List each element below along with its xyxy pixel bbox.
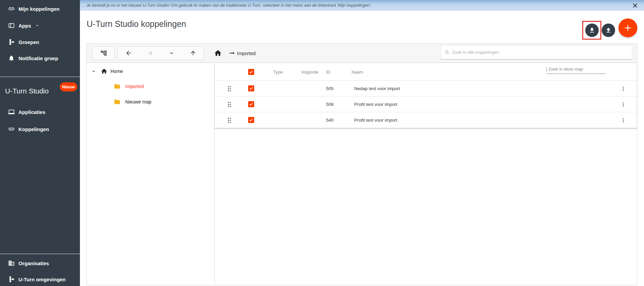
up-button[interactable]	[182, 50, 204, 56]
sidebar: Mijn koppelingen Apps Groepen Notificati…	[0, 0, 80, 286]
add-button[interactable]	[618, 18, 637, 37]
row-checkbox[interactable]	[248, 117, 254, 123]
table-row[interactable]: 506 Profit test voor import	[215, 96, 637, 112]
sidebar-item-mijn-koppelingen[interactable]: Mijn koppelingen	[0, 2, 80, 15]
home-icon[interactable]	[214, 49, 222, 57]
sidebar-item-label: Apps	[18, 23, 31, 29]
column-header-volgorde[interactable]: Volgorde	[301, 70, 318, 75]
cell-id: 505	[326, 86, 334, 91]
nieuw-badge: Nieuw	[60, 82, 77, 91]
column-header-naam[interactable]: Naam	[352, 70, 363, 75]
sidebar-item-apps[interactable]: Apps	[0, 19, 80, 32]
row-checkbox[interactable]	[248, 85, 254, 91]
drag-handle-icon[interactable]	[227, 117, 232, 124]
hierarchy-icon	[8, 39, 15, 45]
breadcrumb-arrow-icon	[228, 49, 236, 57]
account-tree-icon	[100, 50, 107, 56]
upload-button[interactable]	[602, 24, 615, 37]
navigation-button-group	[118, 46, 204, 60]
app-screen: Mijn koppelingen Apps Groepen Notificati…	[0, 0, 644, 286]
info-banner: Je bevindt je nu in het nieuwe U-Turn St…	[80, 0, 644, 11]
sidebar-item-applicaties[interactable]: Applicaties	[0, 105, 80, 119]
tree-node-nieuwe-map[interactable]: Nieuwe map	[114, 97, 151, 107]
cell-naam: Profit test voor import	[354, 118, 397, 123]
table-header: Type Volgorde ID Naam	[215, 63, 637, 81]
sidebar-item-organisaties[interactable]: Organisaties	[0, 256, 80, 270]
folder-search-input[interactable]	[546, 65, 606, 74]
tree-node-label: Home	[110, 69, 123, 74]
sidebar-item-groepen[interactable]: Groepen	[0, 35, 80, 49]
tree-node-imported[interactable]: Imported	[114, 82, 144, 91]
bell-icon	[8, 55, 15, 62]
folder-toolbar: Imported	[87, 44, 637, 63]
folder-icon	[114, 83, 121, 90]
hierarchy-icon	[8, 276, 15, 283]
search-input[interactable]	[452, 50, 632, 55]
sidebar-item-notificatie-groep[interactable]: Notificatie groep	[0, 51, 80, 65]
cell-naam: Nedap test voor import	[354, 86, 400, 91]
link-icon	[8, 5, 15, 12]
breadcrumb[interactable]: Imported	[237, 51, 256, 56]
chevron-down-icon[interactable]	[91, 69, 96, 74]
upload-icon	[605, 27, 612, 34]
row-menu-icon[interactable]	[618, 84, 628, 93]
tree-node-label: Imported	[125, 84, 144, 89]
tree-node-label: Nieuwe map	[125, 99, 151, 105]
link-icon	[8, 126, 15, 132]
sidebar-item-label: Organisaties	[18, 260, 49, 266]
banner-text: Je bevindt je nu in het nieuwe U-Turn St…	[86, 3, 371, 8]
chevron-down-icon	[35, 23, 40, 28]
sidebar-item-label: Groepen	[18, 39, 39, 45]
koppelingen-card: Imported Home	[86, 43, 637, 285]
row-checkbox[interactable]	[248, 101, 254, 107]
card-body: Home Imported Nieuwe map	[87, 63, 637, 285]
row-menu-icon[interactable]	[618, 116, 628, 125]
table-row[interactable]: 540 Profit test voor import	[215, 112, 637, 128]
download-button[interactable]	[585, 24, 599, 37]
search-icon	[445, 50, 450, 55]
column-header-id[interactable]: ID	[326, 70, 330, 75]
row-menu-icon[interactable]	[618, 100, 628, 109]
sidebar-item-label: Mijn koppelingen	[18, 6, 60, 12]
forward-button[interactable]	[139, 50, 161, 56]
global-search-field[interactable]	[441, 45, 632, 59]
sidebar-divider-bottom	[0, 254, 80, 254]
drag-handle-icon[interactable]	[227, 85, 232, 92]
page-title: U-Turn Studio koppelingen	[87, 19, 186, 29]
sidebar-item-label: Applicaties	[18, 109, 45, 115]
cell-id: 540	[326, 118, 334, 123]
sidebar-item-uturn-omgevingen[interactable]: U-Turn omgevingen	[0, 273, 80, 286]
select-all-checkbox[interactable]	[248, 69, 254, 75]
sidebar-section-title: U-Turn Studio	[5, 87, 49, 95]
plus-icon	[624, 24, 632, 32]
drag-handle-icon[interactable]	[227, 101, 232, 108]
sidebar-item-label: U-Turn omgevingen	[18, 277, 66, 282]
laptop-icon	[8, 109, 15, 115]
sidebar-divider	[0, 77, 80, 77]
koppelingen-table-panel: Type Volgorde ID Naam 505	[215, 63, 637, 285]
sidebar-item-label: Koppelingen	[18, 126, 49, 132]
building-icon	[8, 260, 15, 267]
koppelingen-table: Type Volgorde ID Naam 505	[215, 63, 637, 128]
home-icon	[101, 68, 107, 75]
cell-id: 506	[326, 102, 334, 107]
sidebar-item-koppelingen[interactable]: Koppelingen	[0, 122, 80, 136]
table-row[interactable]: 505 Nedap test voor import	[215, 81, 637, 96]
download-icon	[589, 27, 595, 34]
folder-tree-panel: Home Imported Nieuwe map	[87, 63, 215, 285]
cell-naam: Profit test voor import	[354, 102, 397, 107]
column-header-type[interactable]: Type	[273, 70, 283, 75]
tree-view-button[interactable]	[92, 46, 115, 60]
tree-node-home[interactable]: Home	[87, 67, 123, 76]
folder-icon	[114, 98, 121, 105]
sidebar-item-label: Notificatie groep	[18, 55, 58, 61]
apps-window-icon	[8, 22, 15, 29]
close-icon[interactable]	[631, 1, 639, 10]
back-button[interactable]	[118, 50, 139, 56]
expand-button[interactable]	[161, 50, 182, 56]
